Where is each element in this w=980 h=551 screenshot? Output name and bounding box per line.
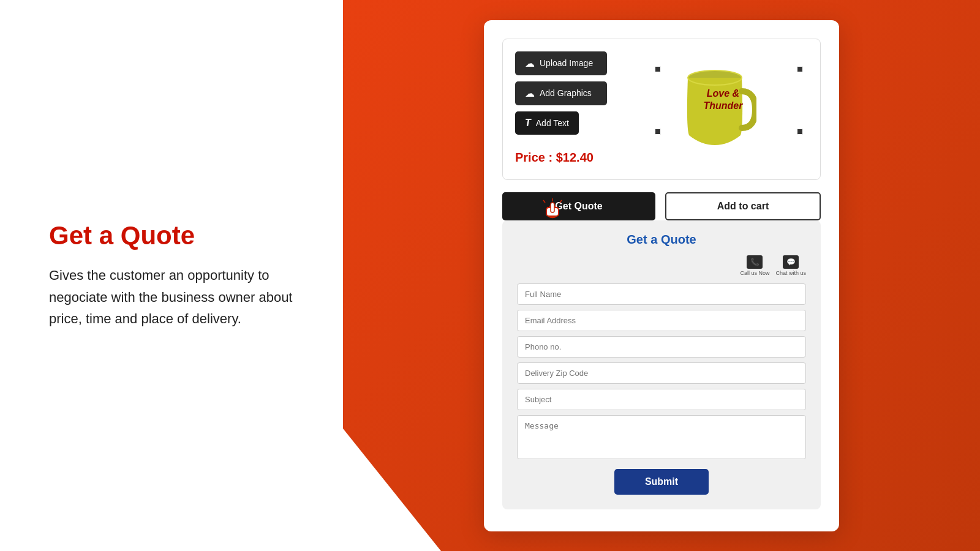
product-section: Upload Image Add Graphics Add Text Price… xyxy=(502,39,821,180)
subject-input[interactable] xyxy=(517,389,806,410)
chat-icon: 💬 xyxy=(783,255,799,269)
page-description: Gives the customer an opportunity to neg… xyxy=(49,264,294,329)
full-name-input[interactable] xyxy=(517,283,806,305)
tool-buttons: Upload Image Add Graphics Add Text Price… xyxy=(515,51,607,165)
svg-line-2 xyxy=(543,200,545,203)
call-us-button[interactable]: 📞 Call us Now xyxy=(740,255,769,276)
phone-icon: 📞 xyxy=(747,255,763,269)
right-panel: Upload Image Add Graphics Add Text Price… xyxy=(343,8,980,544)
left-panel: Get a Quote Gives the customer an opport… xyxy=(0,185,343,366)
corner-handle-tr xyxy=(797,66,803,72)
add-text-button[interactable]: Add Text xyxy=(515,111,579,135)
form-title: Get a Quote xyxy=(517,233,806,247)
corner-handle-bl xyxy=(655,129,661,135)
price-label: Price : $12.40 xyxy=(515,151,607,165)
page-title: Get a Quote xyxy=(49,222,294,250)
upload-icon xyxy=(525,58,535,69)
mug-svg xyxy=(671,54,756,146)
text-icon xyxy=(525,118,531,129)
svg-line-4 xyxy=(560,200,562,203)
message-textarea[interactable] xyxy=(517,415,806,459)
email-input[interactable] xyxy=(517,310,806,331)
corner-handle-br xyxy=(797,129,803,135)
add-to-cart-button[interactable]: Add to cart xyxy=(665,192,821,220)
get-quote-button[interactable]: Get Quote xyxy=(502,192,655,220)
zip-input[interactable] xyxy=(517,362,806,384)
modal-card: Upload Image Add Graphics Add Text Price… xyxy=(484,20,839,531)
graphics-icon xyxy=(525,88,535,99)
mug-display: Love & Thunder xyxy=(619,51,808,149)
chat-button[interactable]: 💬 Chat with us xyxy=(775,255,806,276)
phone-input[interactable] xyxy=(517,336,806,358)
svg-rect-6 xyxy=(551,203,554,212)
upload-image-button[interactable]: Upload Image xyxy=(515,51,607,75)
corner-handle-tl xyxy=(655,66,661,72)
contact-icons: 📞 Call us Now 💬 Chat with us xyxy=(517,255,806,276)
cursor-icon xyxy=(541,197,564,227)
add-graphics-button[interactable]: Add Graphics xyxy=(515,81,607,105)
quote-form-section: Get a Quote 📞 Call us Now 💬 Chat with us xyxy=(502,220,821,509)
submit-button[interactable]: Submit xyxy=(614,469,709,495)
action-row: Get Quote Add to cart xyxy=(502,192,821,220)
